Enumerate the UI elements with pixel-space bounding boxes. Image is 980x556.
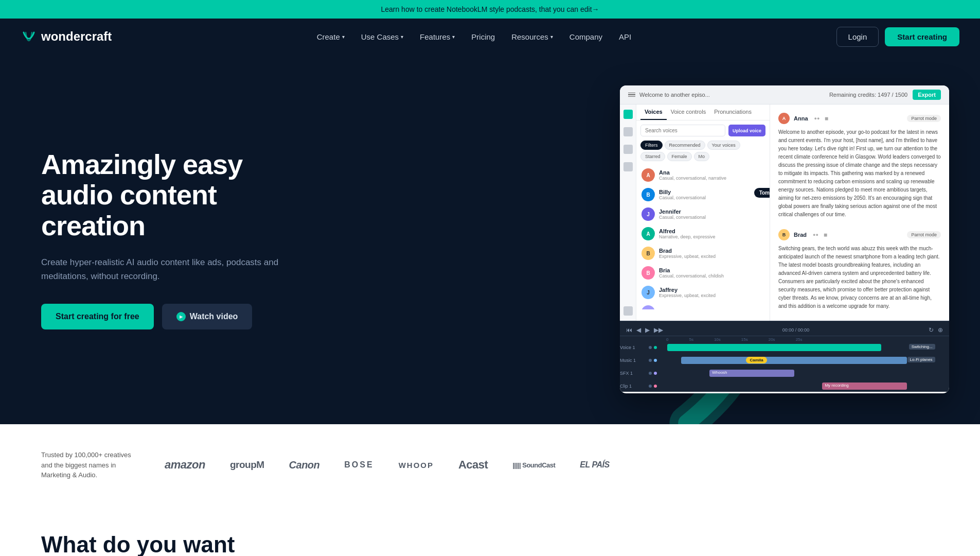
logo[interactable]: wondercraft: [21, 28, 112, 45]
list-item[interactable]: J Jennifer Casual, conversational: [636, 204, 770, 224]
top-banner[interactable]: Learn how to create NotebookLM style pod…: [0, 0, 980, 19]
list-item[interactable]: J Jaffrey Expressive, upbeat, excited: [636, 283, 770, 302]
script-panel: A Anna ●● ◼ Parrot mode Welcome to anoth…: [770, 105, 949, 321]
avatar: B: [642, 247, 655, 260]
avatar: J: [642, 305, 655, 309]
upload-voice-button[interactable]: Upload voice: [728, 125, 765, 136]
list-item[interactable]: B Billy Casual, conversational Tom: [636, 185, 770, 204]
avatar: J: [642, 207, 655, 221]
timeline-forward-button[interactable]: ▶▶: [654, 326, 663, 334]
voice-desc: Narrative, deep, expressive: [659, 234, 764, 239]
bose-logo: BOSE: [344, 460, 373, 470]
filter-your-voices[interactable]: Your voices: [707, 141, 740, 150]
voice-name: Ana: [659, 169, 764, 176]
timeline-rewind-button[interactable]: ⏮: [626, 326, 632, 334]
list-item[interactable]: A Ana Casual, conversational, narrative: [636, 165, 770, 185]
list-item[interactable]: B Brad Expressive, upbeat, excited: [636, 244, 770, 263]
mockup-sidebar: [620, 105, 636, 321]
tab-voices[interactable]: Voices: [640, 105, 667, 120]
voice-name: Jenn: [659, 309, 764, 309]
topbar-left: Welcome to another episo...: [628, 92, 710, 98]
track-bar-area: Camila Lo-Fi planes: [667, 356, 949, 364]
groupm-logo: groupM: [230, 459, 264, 471]
timeline-zoom-button[interactable]: ⊕: [938, 326, 943, 334]
track-row: SFX 1 Whoosh: [620, 368, 949, 379]
elpais-logo: EL PAÍS: [580, 460, 609, 470]
timeline: ⏮ ◀ ▶ ▶▶ 00:00 / 00:00 ↻ ⊕ 0 5s 10s 15s …: [620, 321, 949, 392]
voices-search-input[interactable]: [640, 125, 725, 136]
sidebar-content-icon[interactable]: [623, 110, 633, 119]
voices-panel: Voices Voice controls Pronunciations Upl…: [636, 105, 770, 321]
voice-desc: Casual, conversational, narrative: [659, 176, 764, 181]
export-button[interactable]: Export: [913, 90, 941, 100]
voice-name: Billy: [659, 189, 764, 195]
track-row: Voice 1 Switching...: [620, 342, 949, 353]
watch-video-button[interactable]: ▶ Watch video: [162, 304, 253, 329]
track-bar[interactable]: [681, 357, 906, 364]
timeline-ruler: 0 5s 10s 15s 20s 25s: [620, 336, 949, 342]
voice-name: Brad: [659, 248, 764, 254]
logo-text: wondercraft: [41, 29, 112, 44]
trusted-section: Trusted by 100,000+ creatives and the bi…: [0, 424, 980, 501]
start-creating-button[interactable]: Start creating: [885, 27, 959, 46]
voice-desc: Casual, conversational: [659, 215, 764, 220]
filter-filters[interactable]: Filters: [640, 141, 663, 150]
track-bar-area: Whoosh: [667, 369, 949, 377]
whoop-logo: WHOOP: [399, 461, 434, 470]
tab-voice-controls[interactable]: Voice controls: [667, 105, 710, 120]
nav-create[interactable]: Create▾: [310, 28, 352, 45]
track-controls: [649, 359, 664, 362]
nav-company[interactable]: Company: [562, 28, 610, 45]
login-button[interactable]: Login: [836, 27, 879, 47]
nav-pricing[interactable]: Pricing: [464, 28, 502, 45]
voices-search-area: Upload voice: [636, 120, 770, 141]
filter-starred[interactable]: Starred: [640, 152, 665, 161]
list-item[interactable]: A Alfred Narrative, deep, expressive: [636, 224, 770, 244]
timeline-loop-button[interactable]: ↻: [929, 326, 934, 334]
banner-text: Learn how to create NotebookLM style pod…: [381, 5, 599, 13]
sidebar-settings-icon[interactable]: [623, 306, 633, 316]
filter-more[interactable]: Mo: [694, 152, 710, 161]
hamburger-icon: [628, 93, 635, 97]
sidebar-music-icon[interactable]: [623, 127, 633, 136]
nav-resources[interactable]: Resources▾: [504, 28, 560, 45]
list-item[interactable]: J Jenn: [636, 302, 770, 309]
sidebar-clip-icon[interactable]: [623, 162, 633, 171]
chevron-down-icon: ▾: [550, 34, 553, 40]
nav-use-cases[interactable]: Use Cases▾: [354, 28, 411, 45]
track-label: SFX 1: [620, 371, 646, 376]
sidebar-sfx-icon[interactable]: [623, 145, 633, 154]
voices-filters: Filters Recommended Your voices Starred …: [636, 141, 770, 165]
start-free-button[interactable]: Start creating for free: [41, 304, 154, 329]
track-row: Music 1 Camila Lo-Fi planes: [620, 355, 949, 366]
what-section: What do you want to create today? Create…: [0, 501, 980, 557]
timeline-play-button[interactable]: ▶: [645, 326, 650, 334]
nav-features[interactable]: Features▾: [413, 28, 462, 45]
whoosh-label: Whoosh: [709, 370, 729, 375]
speaker-name: Anna: [794, 115, 808, 121]
list-item[interactable]: B Bria Casual, conversational, childish: [636, 263, 770, 283]
track-bar[interactable]: [667, 344, 881, 351]
track-controls: [649, 385, 664, 388]
topbar-right: Remaining credits: 1497 / 1500 Export: [829, 90, 941, 100]
track-dot: [654, 372, 657, 375]
track-dot: [654, 359, 657, 362]
nav-api[interactable]: API: [612, 28, 638, 45]
filter-female[interactable]: Female: [667, 152, 692, 161]
filter-recommended[interactable]: Recommended: [665, 141, 705, 150]
tab-pronunciations[interactable]: Pronunciations: [710, 105, 756, 120]
my-recording-label: My recording: [822, 383, 851, 388]
voice-name: Jaffrey: [659, 287, 764, 293]
soundcast-logo: ||||| SoundCast: [512, 461, 555, 469]
hero-buttons: Start creating for free ▶ Watch video: [41, 304, 298, 329]
track-row: Clip 1 My recording: [620, 380, 949, 392]
chevron-down-icon: ▾: [401, 34, 403, 40]
track-dot: [654, 385, 657, 388]
what-title: What do you want to create today?: [41, 532, 247, 557]
avatar: B: [778, 229, 790, 240]
timeline-back-button[interactable]: ◀: [636, 326, 641, 334]
track-dot: [654, 346, 657, 349]
mockup-topbar: Welcome to another episo... Remaining cr…: [620, 85, 949, 105]
speaker-header: B Brad ●● ◼ Parrot mode: [778, 229, 941, 240]
voice-desc: Casual, conversational, childish: [659, 273, 764, 279]
